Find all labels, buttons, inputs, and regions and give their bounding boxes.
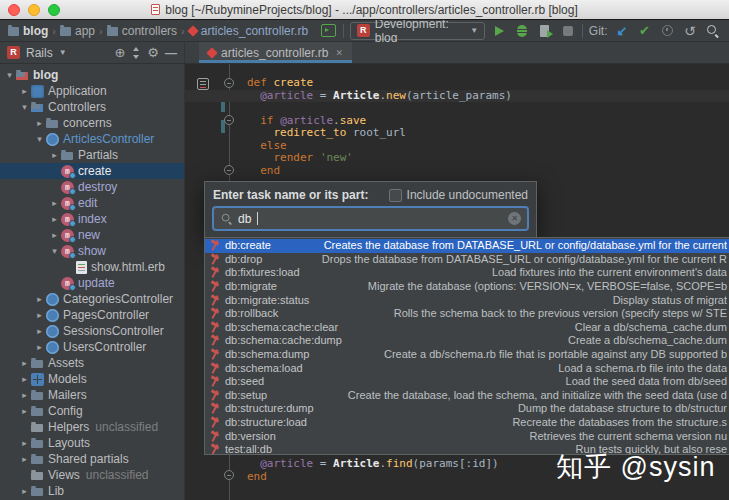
collapse-all-button[interactable] [131,47,141,59]
dialog-label: Enter task name or its part: [213,188,368,202]
expand-arrow[interactable]: ▸ [34,326,45,336]
tree-item-controllers[interactable]: ▾Controllers [0,99,184,115]
expand-arrow[interactable]: ▸ [19,486,30,496]
tree-item-concerns[interactable]: ▸concerns [0,115,184,131]
git-rollback-button[interactable]: ↺ [682,22,699,40]
expand-arrow[interactable]: ▸ [34,310,45,320]
tree-item-config[interactable]: ▸Config [0,403,184,419]
tree-item-edit[interactable]: ▸medit [0,195,184,211]
tree-item-create[interactable]: mcreate [0,163,184,179]
task-db-drop[interactable]: db:dropDrops the database from DATABASE_… [205,253,729,267]
expand-arrow[interactable]: ▸ [19,406,30,416]
tree-item-update[interactable]: mupdate [0,275,184,291]
tree-item-assets[interactable]: ▸Assets [0,355,184,371]
task-search-input[interactable]: db [213,207,528,230]
panel-title[interactable]: Rails [26,46,53,60]
breadcrumb-blog[interactable]: blog [8,24,48,38]
clear-search-button[interactable] [508,212,521,225]
close-tab-icon[interactable]: ✕ [335,48,343,58]
tree-item-models[interactable]: ▸Models [0,371,184,387]
tree-item-shared-partials[interactable]: ▸Shared partials [0,451,184,467]
tree-item-blog[interactable]: ▾blog [0,67,184,83]
expand-arrow[interactable]: ▸ [19,358,30,368]
stop-button[interactable] [559,22,576,40]
run-button[interactable] [491,22,508,40]
debug-button[interactable] [514,22,531,40]
task-db-version[interactable]: db:versionRetrieves the current schema v… [205,429,729,443]
locate-file-button[interactable]: ⊕ [114,45,125,60]
fold-toggle[interactable] [224,78,234,88]
task-db-migrate-status[interactable]: db:migrate:statusDisplay status of migra… [205,293,729,307]
expand-arrow[interactable]: ▸ [19,454,30,464]
expand-arrow[interactable]: ▾ [19,102,30,112]
tree-item-categoriescontroller[interactable]: ▸CategoriesController [0,291,184,307]
task-db-structure-dump[interactable]: db:structure:dumpDump the database struc… [205,402,729,416]
task-db-setup[interactable]: db:setupCreate the database, load the sc… [205,389,729,403]
git-history-button[interactable] [659,22,676,40]
expand-arrow[interactable]: ▸ [19,438,30,448]
search-everywhere-button[interactable] [704,22,721,40]
task-db-seed[interactable]: db:seedLoad the seed data from db/seed [205,375,729,389]
task-db-schema-cache-clear[interactable]: db:schema:cache:clearClear a db/schema_c… [205,321,729,335]
breadcrumb-app[interactable]: app [60,24,95,38]
tree-item-sessionscontroller[interactable]: ▸SessionsController [0,323,184,339]
tree-item-destroy[interactable]: mdestroy [0,179,184,195]
rake-icon [210,322,220,333]
run-with-coverage-button[interactable] [537,22,554,40]
git-commit-button[interactable]: ✔ [636,22,653,40]
expand-arrow[interactable]: ▸ [19,86,30,96]
expand-arrow[interactable]: ▸ [34,118,45,128]
include-undocumented-checkbox[interactable] [389,189,402,202]
tree-item-helpers[interactable]: Helpersunclassified [0,419,184,435]
tree-item-new[interactable]: ▸mnew [0,227,184,243]
expand-arrow[interactable]: ▾ [49,246,60,256]
close-window-button[interactable] [8,4,20,16]
task-db-fixtures-load[interactable]: db:fixtures:loadLoad fixtures into the c… [205,266,729,280]
tree-item-show-html-erb[interactable]: show.html.erb [0,259,184,275]
expand-arrow[interactable]: ▸ [49,150,60,160]
tree-item-articlescontroller[interactable]: ▾ArticlesController [0,131,184,147]
expand-arrow[interactable]: ▸ [19,390,30,400]
tree-item-application[interactable]: ▸Application [0,83,184,99]
task-db-create[interactable]: db:createCreates the database from DATAB… [205,239,729,253]
fold-toggle[interactable] [224,115,234,125]
expand-arrow[interactable]: ▾ [34,134,45,144]
tree-item-userscontroller[interactable]: ▸UsersController [0,339,184,355]
tree-item-views[interactable]: Viewsunclassified [0,467,184,483]
folder-icon [46,117,59,130]
breadcrumb-file[interactable]: articles_controller.rb [189,24,308,38]
expand-arrow[interactable]: ▸ [49,214,60,224]
zoom-window-button[interactable] [48,4,60,16]
tree-item-mailers[interactable]: ▸Mailers [0,387,184,403]
tree-item-index[interactable]: ▸mindex [0,211,184,227]
expand-arrow[interactable]: ▸ [49,198,60,208]
expand-arrow[interactable]: ▸ [34,342,45,352]
expand-arrow[interactable]: ▾ [4,70,15,80]
git-update-button[interactable]: ↙ [614,22,631,40]
tree-item-show[interactable]: ▾mshow [0,243,184,259]
task-db-rollback[interactable]: db:rollbackRolls the schema back to the … [205,307,729,321]
hide-panel-button[interactable]: — [165,46,177,60]
minimize-window-button[interactable] [28,4,40,16]
gear-icon[interactable]: ⚙ [147,45,159,60]
fold-toggle[interactable] [224,470,234,480]
tree-item-lib[interactable]: ▸Lib [0,483,184,499]
run-anything-button[interactable] [320,22,337,40]
task-db-schema-load[interactable]: db:schema:loadLoad a schema.rb file into… [205,361,729,375]
expand-arrow[interactable]: ▸ [49,230,60,240]
breadcrumb-controllers[interactable]: controllers [107,24,177,38]
tree-item-pagescontroller[interactable]: ▸PagesController [0,307,184,323]
run-configuration-select[interactable]: R Development: blog ▼ [350,22,485,40]
task-db-schema-cache-dump[interactable]: db:schema:cache:dumpCreate a db/schema_c… [205,334,729,348]
tree-item-layouts[interactable]: ▸Layouts [0,435,184,451]
task-db-structure-load[interactable]: db:structure:loadRecreate the databases … [205,416,729,430]
expand-arrow[interactable]: ▸ [34,294,45,304]
fold-toggle[interactable] [224,165,234,175]
code-editor[interactable]: def create @article = Article.new(articl… [185,64,729,500]
task-db-migrate[interactable]: db:migrateMigrate the database (options:… [205,280,729,294]
tree-item-partials[interactable]: ▸Partials [0,147,184,163]
tab-articles-controller[interactable]: articles_controller.rb ✕ [199,42,352,63]
task-db-schema-dump[interactable]: db:schema:dumpCreate a db/schema.rb file… [205,348,729,362]
chevron-down-icon[interactable]: ▼ [59,48,67,57]
expand-arrow[interactable]: ▸ [19,374,30,384]
